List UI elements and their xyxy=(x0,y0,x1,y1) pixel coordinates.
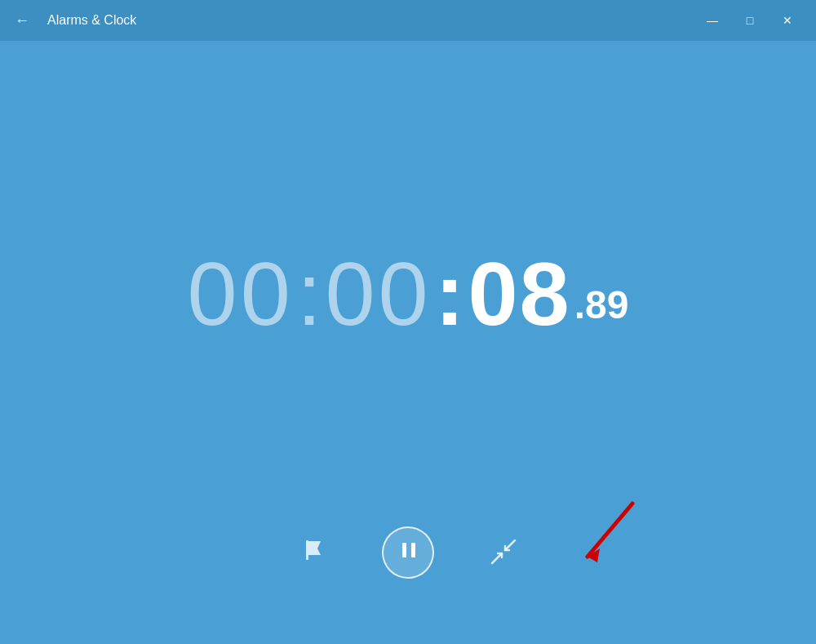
close-button[interactable]: ✕ xyxy=(769,0,806,41)
window-controls: — □ ✕ xyxy=(694,0,806,41)
maximize-button[interactable]: □ xyxy=(731,0,769,41)
timer-minutes: 00 xyxy=(325,249,431,339)
timer-controls xyxy=(292,526,524,579)
svg-marker-6 xyxy=(588,549,600,562)
title-bar: ← Alarms & Clock — □ ✕ xyxy=(0,0,816,41)
pause-button[interactable] xyxy=(382,526,434,579)
pause-icon xyxy=(398,540,419,566)
svg-line-5 xyxy=(588,504,632,557)
compact-button[interactable] xyxy=(483,532,524,573)
svg-rect-1 xyxy=(402,543,406,557)
timer-milliseconds: .89 xyxy=(574,282,629,327)
compact-icon xyxy=(490,538,517,568)
timer-hours: 00 xyxy=(187,249,293,339)
timer-colon-2: : xyxy=(435,249,465,339)
svg-rect-2 xyxy=(411,543,415,557)
main-content: 00 : 00 : 08 .89 xyxy=(0,41,816,644)
timer-display: 00 : 00 : 08 .89 xyxy=(187,249,628,339)
svg-line-3 xyxy=(492,553,502,563)
svg-line-4 xyxy=(505,540,515,550)
back-button[interactable]: ← xyxy=(10,8,34,33)
svg-rect-0 xyxy=(306,540,308,560)
app-window: ← Alarms & Clock — □ ✕ 00 : 00 : 08 .89 xyxy=(0,0,816,644)
timer-seconds: 08 xyxy=(468,249,570,339)
red-arrow-annotation xyxy=(555,495,653,580)
timer-colon-1: : xyxy=(297,249,322,339)
app-title: Alarms & Clock xyxy=(47,13,694,28)
flag-button[interactable] xyxy=(292,532,333,573)
flag-icon xyxy=(299,537,326,569)
minimize-button[interactable]: — xyxy=(694,0,731,41)
